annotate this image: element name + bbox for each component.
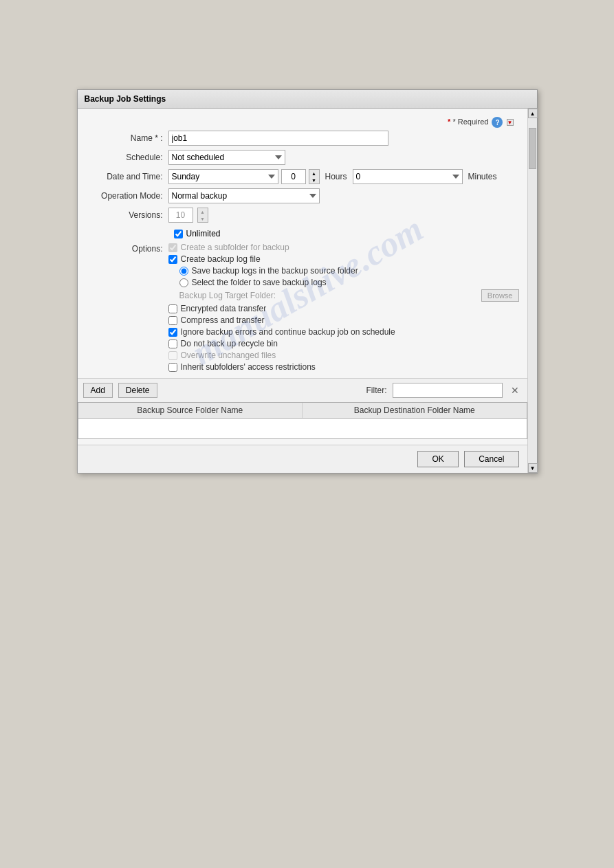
unlimited-checkbox[interactable] [174,230,183,238]
options-label: Options: [86,243,168,254]
option-inherit-row: Inherit subfolders' access restrictions [168,362,519,372]
option-save-source-row: Save backup logs in the backup source fo… [179,266,519,276]
operation-mode-row: Operation Mode: Normal backup Incrementa… [86,188,519,203]
compress-label[interactable]: Compress and transfer [181,315,265,325]
save-source-radio[interactable] [179,267,188,276]
ok-button[interactable]: OK [417,451,459,467]
inherit-label[interactable]: Inherit subfolders' access restrictions [181,362,316,372]
option-log-row: Create backup log file [168,254,519,264]
option-encrypted-row: Encrypted data transfer [168,304,519,313]
dialog-title: Backup Job Settings [78,90,537,109]
operation-mode-select[interactable]: Normal backup Incremental backup Differe… [168,188,320,203]
scroll-down-arrow[interactable]: ▼ [528,463,538,473]
table-col1-header: Backup Source Folder Name [78,403,303,418]
hours-label: Hours [325,172,347,181]
select-folder-radio[interactable] [179,278,188,287]
encrypted-label[interactable]: Encrypted data transfer [181,304,267,313]
no-recycle-label[interactable]: Do not back up recycle bin [181,339,278,348]
hours-down-btn[interactable]: ▼ [309,177,319,183]
versions-down-btn: ▼ [198,215,208,222]
option-overwrite-row: Overwrite unchanged files [168,350,519,360]
overwrite-label: Overwrite unchanged files [181,350,276,360]
name-input[interactable] [168,131,388,146]
compress-checkbox[interactable] [168,316,177,325]
name-row: Name * : [86,131,519,146]
filter-input[interactable] [393,383,503,398]
minutes-label: Minutes [468,172,497,181]
operation-mode-label: Operation Mode: [86,191,168,201]
required-row: * * Required ? ▼ [86,114,519,131]
table-body [78,419,527,439]
hours-up-btn[interactable]: ▲ [309,170,319,177]
option-compress-row: Compress and transfer [168,315,519,325]
schedule-select[interactable]: Not scheduled Daily Weekly Monthly [168,150,285,165]
option-no-recycle-row: Do not back up recycle bin [168,339,519,348]
scrollbar[interactable]: ▲ ▼ [527,109,537,473]
backup-log-target-label: Backup Log Target Folder: [179,291,481,300]
browse-button[interactable]: Browse [481,289,519,302]
table-header: Backup Source Folder Name Backup Destina… [78,402,527,419]
bottom-bar: Add Delete Filter: ✕ [78,378,527,402]
inherit-checkbox[interactable] [168,363,177,372]
delete-button[interactable]: Delete [118,383,157,398]
backup-job-settings-dialog: Backup Job Settings * * Required ? ▼ Nam… [77,89,538,474]
save-source-label[interactable]: Save backup logs in the backup source fo… [192,266,358,276]
option-ignore-errors-row: Ignore backup errors and continue backup… [168,327,519,337]
select-folder-label[interactable]: Select the folder to save backup logs [192,278,327,287]
subfolder-checkbox [168,243,177,252]
versions-up-btn: ▲ [198,208,208,215]
options-section: Options: Create a subfolder for backup C… [86,243,519,374]
unlimited-label[interactable]: Unlimited [186,229,221,238]
versions-row: Versions: ▲ ▼ [86,208,519,223]
option-subfolder-row: Create a subfolder for backup [168,243,519,252]
hours-input[interactable] [281,169,306,184]
scroll-up-arrow[interactable]: ▲ [528,109,538,118]
required-text: * Required [452,118,488,126]
ignore-errors-label[interactable]: Ignore backup errors and continue backup… [181,327,395,337]
versions-label: Versions: [86,210,168,220]
add-button[interactable]: Add [83,383,113,398]
table-col2-header: Backup Destination Folder Name [303,403,527,418]
no-recycle-checkbox[interactable] [168,340,177,348]
backup-log-target-row: Backup Log Target Folder: Browse [179,289,519,302]
log-label[interactable]: Create backup log file [181,254,261,264]
scroll-thumb[interactable] [529,128,536,169]
minutes-select[interactable]: 0 15 30 45 [353,169,463,184]
help-dropdown-arrow[interactable]: ▼ [507,119,514,126]
name-label: Name * : [86,133,168,143]
help-button[interactable]: ? [492,117,503,128]
encrypted-checkbox[interactable] [168,304,177,313]
cancel-button[interactable]: Cancel [464,451,518,467]
ignore-errors-checkbox[interactable] [168,328,177,337]
versions-spinner: ▲ ▼ [197,208,208,223]
option-select-folder-row: Select the folder to save backup logs [179,278,519,287]
subfolder-label: Create a subfolder for backup [181,243,289,252]
options-right: Create a subfolder for backup Create bac… [168,243,519,374]
dialog-footer: OK Cancel [78,445,527,473]
filter-clear-button[interactable]: ✕ [508,385,522,396]
unlimited-row: Unlimited [174,227,519,238]
filter-label: Filter: [366,386,387,395]
log-checkbox[interactable] [168,255,177,264]
overwrite-checkbox [168,351,177,360]
schedule-label: Schedule: [86,153,168,162]
datetime-row: Date and Time: Sunday Monday Tuesday Wed… [86,169,519,184]
datetime-day-select[interactable]: Sunday Monday Tuesday Wednesday Thursday… [168,169,278,184]
hours-spinner[interactable]: ▲ ▼ [309,169,320,184]
datetime-label: Date and Time: [86,172,168,181]
schedule-row: Schedule: Not scheduled Daily Weekly Mon… [86,150,519,165]
versions-input[interactable] [168,208,193,223]
